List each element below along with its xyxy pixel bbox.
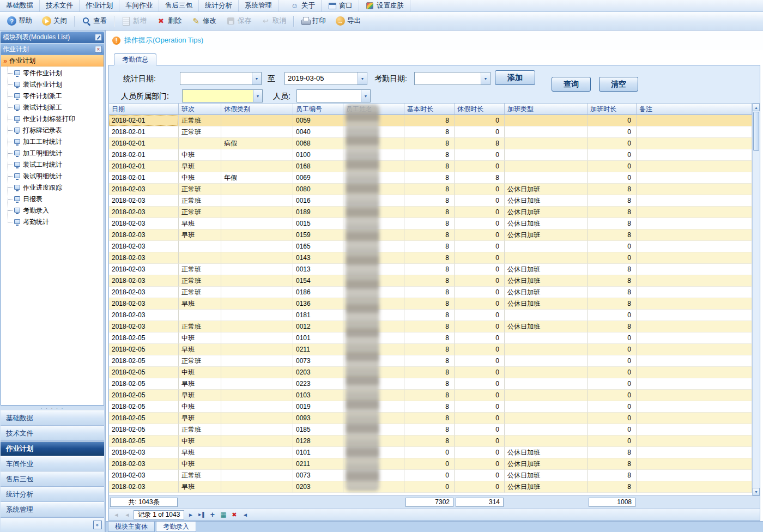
tree-item-10[interactable]: 作业进度跟踪: [7, 182, 104, 194]
double-chevron-icon[interactable]: [93, 521, 102, 529]
table-row[interactable]: 2018-02-03早班001580公休日加班8: [109, 218, 752, 229]
column-header-4[interactable]: 员工姓名: [343, 104, 404, 115]
tree-item-7[interactable]: 加工明细统计: [7, 148, 104, 159]
tree-group-header[interactable]: 作业计划: [1, 55, 104, 66]
sidebar-nav-0[interactable]: 基础数据: [1, 410, 104, 426]
bottom-tab-0[interactable]: 模块主窗体: [108, 522, 155, 532]
menu-icon-item-1[interactable]: 窗口: [322, 0, 359, 11]
nav-first-record-button[interactable]: [112, 510, 121, 519]
stat-date-to-combo[interactable]: 2019-03-05: [284, 72, 367, 85]
table-row[interactable]: 2018-02-030181800: [109, 310, 752, 321]
scroll-down-icon[interactable]: [753, 488, 760, 495]
table-row[interactable]: 2018-02-01病假0068880: [109, 138, 752, 149]
table-row[interactable]: 2018-02-03早班010100公休日加班8: [109, 447, 752, 458]
column-header-2[interactable]: 休假类别: [221, 104, 293, 115]
column-header-0[interactable]: 日期: [109, 104, 179, 115]
column-header-8[interactable]: 加班时长: [588, 104, 637, 115]
sidebar-nav-2[interactable]: 作业计划: [1, 441, 104, 456]
menu-icon-item-0[interactable]: 关于: [284, 0, 322, 11]
table-row[interactable]: 2018-02-03正常班001380公休日加班8: [109, 264, 752, 275]
tree-item-9[interactable]: 装试明细统计: [7, 171, 104, 182]
tree-item-2[interactable]: 零件计划派工: [7, 90, 104, 102]
nav-delete-button[interactable]: [229, 510, 239, 519]
toolbar-modify-button[interactable]: 修改: [186, 15, 221, 27]
menu-item-6[interactable]: 系统管理: [239, 0, 278, 11]
toolbar-view-button[interactable]: 查看: [77, 15, 112, 27]
toolbar-print-button[interactable]: 打印: [296, 15, 331, 27]
close-icon[interactable]: [95, 46, 102, 53]
table-row[interactable]: 2018-02-05中班0101800: [109, 332, 752, 344]
pin-icon[interactable]: [95, 34, 102, 41]
column-header-5[interactable]: 基本时长: [404, 104, 455, 115]
table-row[interactable]: 2018-02-05正常班0185800: [109, 424, 752, 436]
table-row[interactable]: 2018-02-01中班0100800: [109, 149, 752, 161]
column-header-9[interactable]: 备注: [637, 104, 752, 115]
nav-last-record-button[interactable]: [197, 510, 206, 519]
add-button[interactable]: 添加: [495, 70, 535, 85]
tree-item-11[interactable]: 日报表: [7, 194, 104, 205]
toolbar-export-button[interactable]: 导出: [331, 15, 366, 27]
stat-date-from-combo[interactable]: [180, 72, 262, 85]
sidebar-nav-1[interactable]: 技术文件: [1, 426, 104, 441]
table-row[interactable]: 2018-02-05早班0093800: [109, 413, 752, 424]
menu-item-5[interactable]: 统计分析: [199, 0, 239, 11]
scroll-up-icon[interactable]: [753, 104, 760, 111]
column-header-1[interactable]: 班次: [179, 104, 221, 115]
bottom-tab-1[interactable]: 考勤录入: [156, 522, 196, 532]
toolbar-delete-button[interactable]: 删除: [152, 15, 186, 27]
table-row[interactable]: 2018-02-03正常班018680公休日加班8: [109, 287, 752, 298]
nav-next-record-button[interactable]: [186, 510, 195, 519]
sidebar-nav-4[interactable]: 售后三包: [1, 471, 104, 487]
tree-item-0[interactable]: 零件作业计划: [7, 68, 104, 79]
dropdown-arrow-icon[interactable]: [253, 90, 262, 102]
table-row[interactable]: 2018-02-03正常班018980公休日加班8: [109, 207, 752, 218]
toolbar-add-button[interactable]: 新增: [117, 15, 152, 27]
menu-item-3[interactable]: 车间作业: [119, 0, 159, 11]
table-row[interactable]: 2018-02-05正常班0073800: [109, 355, 752, 367]
toolbar-help-button[interactable]: 帮助: [2, 15, 37, 27]
toolbar-save-button[interactable]: 保存: [221, 15, 256, 27]
menu-icon-item-2[interactable]: 设置皮肤: [359, 0, 410, 11]
tree-item-4[interactable]: 作业计划标签打印: [7, 113, 104, 125]
query-button[interactable]: 查询: [552, 77, 591, 92]
table-row[interactable]: 2018-02-03正常班008080公休日加班8: [109, 184, 752, 195]
table-row[interactable]: 2018-02-05早班0223800: [109, 378, 752, 390]
tree-item-6[interactable]: 加工工时统计: [7, 136, 104, 148]
tree-item-12[interactable]: 考勤录入: [7, 205, 104, 216]
dropdown-arrow-icon[interactable]: [252, 72, 261, 84]
table-row[interactable]: 2018-02-03中班021100公休日加班8: [109, 458, 752, 470]
tree-item-3[interactable]: 装试计划派工: [7, 102, 104, 113]
table-row[interactable]: 2018-02-030165800: [109, 241, 752, 252]
toolbar-close-button[interactable]: 关闭: [37, 15, 72, 27]
tree-item-1[interactable]: 装试作业计划: [7, 79, 104, 90]
dropdown-arrow-icon[interactable]: [358, 72, 367, 84]
scrollbar-thumb[interactable]: [753, 112, 759, 151]
dropdown-arrow-icon[interactable]: [481, 72, 490, 84]
column-header-6[interactable]: 休假时长: [455, 104, 505, 115]
table-row[interactable]: 2018-02-05中班0019800: [109, 401, 752, 413]
menu-item-4[interactable]: 售后三包: [159, 0, 199, 11]
column-header-3[interactable]: 员工编号: [293, 104, 343, 115]
tree-item-8[interactable]: 装试工时统计: [7, 159, 104, 171]
clear-button[interactable]: 清空: [599, 77, 638, 92]
table-row[interactable]: 2018-02-05中班0128800: [109, 436, 752, 447]
table-row[interactable]: 2018-02-03正常班007300公休日加班8: [109, 470, 752, 481]
attend-date-combo[interactable]: [414, 72, 491, 85]
toolbar-cancel-button[interactable]: 取消: [256, 15, 291, 27]
menu-item-1[interactable]: 技术文件: [40, 0, 80, 11]
dept-combo[interactable]: [182, 89, 263, 102]
nav-append-button[interactable]: [208, 510, 217, 519]
table-row[interactable]: 2018-02-01中班年假0069880: [109, 172, 752, 184]
column-header-7[interactable]: 加班类型: [505, 104, 588, 115]
tree-item-13[interactable]: 考勤统计: [7, 216, 104, 228]
table-row[interactable]: 2018-02-03正常班001680公休日加班8: [109, 195, 752, 207]
table-row[interactable]: 2018-02-05早班0103800: [109, 390, 752, 401]
table-row[interactable]: 2018-02-01正常班0059800: [109, 115, 752, 126]
person-combo[interactable]: [296, 89, 371, 102]
sidebar-splitter[interactable]: [0, 406, 105, 410]
table-row[interactable]: 2018-02-03早班013680公休日加班8: [109, 298, 752, 310]
table-row[interactable]: 2018-02-03正常班015480公休日加班8: [109, 275, 752, 287]
sidebar-nav-6[interactable]: 系统管理: [1, 502, 104, 517]
nav-prev-record-button[interactable]: [123, 510, 132, 519]
table-row[interactable]: 2018-02-030143800: [109, 252, 752, 264]
